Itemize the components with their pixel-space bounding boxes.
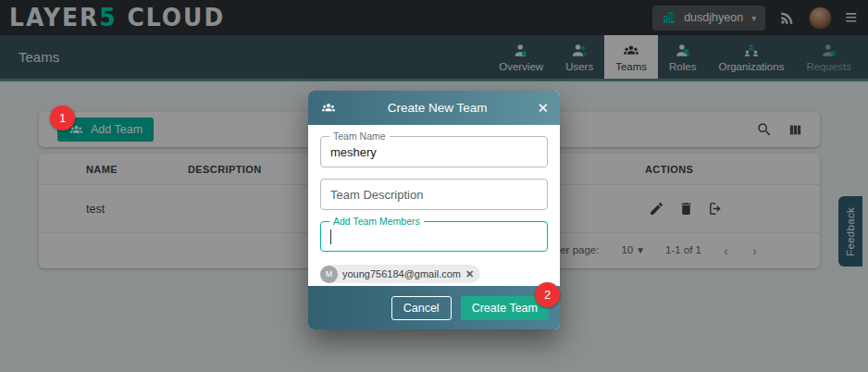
cancel-button[interactable]: Cancel — [391, 296, 452, 320]
chip-email: young756184@gmail.com — [342, 268, 461, 279]
modal-body: Team Name Add Team Members M young756184… — [308, 125, 560, 286]
team-name-field: Team Name — [320, 136, 548, 167]
member-email-chip: M young756184@gmail.com ✕ — [320, 265, 480, 283]
chip-remove-icon[interactable]: ✕ — [465, 268, 474, 280]
chip-avatar: M — [320, 266, 338, 283]
annotation-step-2-badge: 2 — [535, 282, 560, 307]
create-new-team-modal: Create New Team ✕ Team Name Add Team Mem… — [308, 91, 560, 329]
modal-header: Create New Team ✕ — [308, 91, 560, 125]
close-icon[interactable]: ✕ — [537, 101, 549, 115]
modal-footer: Cancel Create Team — [308, 286, 560, 329]
add-team-members-label: Add Team Members — [329, 216, 424, 227]
group-icon — [319, 101, 338, 116]
team-description-field — [320, 179, 548, 210]
team-name-label: Team Name — [329, 130, 390, 142]
text-cursor — [330, 229, 331, 244]
annotation-step-1-badge: 1 — [50, 105, 75, 130]
modal-title: Create New Team — [338, 101, 537, 115]
team-description-input[interactable] — [321, 180, 547, 209]
add-team-members-field: Add Team Members — [320, 221, 548, 252]
